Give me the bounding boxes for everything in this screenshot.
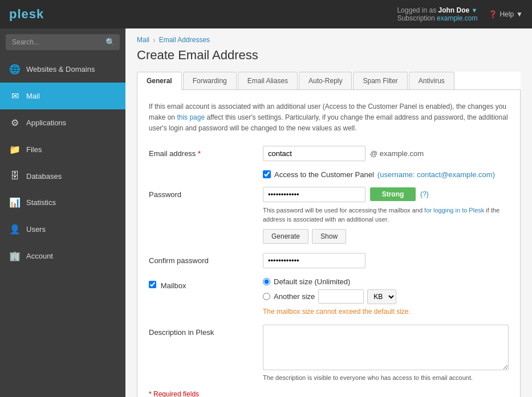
globe-icon: 🌐: [9, 64, 21, 75]
password-control: Strong (?) This password will be used fo…: [263, 187, 509, 244]
description-control: The description is visible to everyone w…: [263, 325, 509, 381]
mailbox-checkbox[interactable]: [149, 281, 156, 288]
mailbox-warning: The mailbox size cannot exceed the defau…: [263, 308, 509, 316]
tab-antivirus[interactable]: Antivirus: [409, 72, 454, 89]
radio-another-input[interactable]: [263, 293, 270, 300]
sidebar-label-users: Users: [26, 225, 46, 234]
mailbox-row: Mailbox Default size (Unlimited) Another…: [149, 277, 509, 316]
password-hint: This password will be used for accessing…: [263, 206, 509, 224]
tab-spam-filter[interactable]: Spam Filter: [353, 72, 407, 89]
sidebar-item-applications[interactable]: ⚙ Applications: [0, 109, 125, 136]
breadcrumb-mail[interactable]: Mail: [137, 36, 149, 44]
help-icon: ❓: [489, 10, 497, 18]
confirm-password-input[interactable]: [263, 253, 366, 268]
sidebar-item-databases[interactable]: 🗄 Databases: [0, 163, 125, 189]
radio-another-size: Another size KB: [263, 289, 509, 304]
description-textarea[interactable]: [263, 325, 509, 370]
password-row: Password Strong (?) This password will b…: [149, 187, 509, 244]
access-label: Access to the Customer Panel: [274, 170, 374, 179]
radio-default-label: Default size (Unlimited): [274, 277, 350, 286]
subscription-label: Subscription: [397, 14, 435, 22]
size-unit-select[interactable]: KB: [367, 289, 396, 304]
content-area: Mail › Email Addresses Create Email Addr…: [125, 28, 532, 397]
main-layout: 🔍 🌐 Websites & Domains ✉ Mail ⚙ Applicat…: [0, 28, 532, 397]
sidebar-search-container: 🔍: [0, 28, 125, 56]
user-info: Logged in as John Doe ▼ Subscription exa…: [397, 6, 477, 22]
help-label: Help: [499, 10, 514, 18]
password-hint-link[interactable]: for logging in to Plesk: [424, 207, 484, 214]
tab-general[interactable]: General: [137, 72, 182, 90]
sidebar-label-databases: Databases: [26, 172, 62, 181]
password-inline: Strong (?): [263, 187, 509, 202]
sidebar-item-account[interactable]: 🏢 Account: [0, 243, 125, 269]
sidebar-item-websites-domains[interactable]: 🌐 Websites & Domains: [0, 56, 125, 83]
sidebar-item-files[interactable]: 📁 Files: [0, 136, 125, 163]
sidebar-item-mail[interactable]: ✉ Mail: [0, 83, 125, 109]
help-dropdown-icon: ▼: [516, 10, 523, 18]
sidebar-label-applications: Applications: [26, 118, 66, 127]
email-label: Email address: [149, 146, 263, 158]
generate-button[interactable]: Generate: [263, 229, 308, 244]
radio-another-label: Another size: [274, 292, 315, 301]
radio-default-input[interactable]: [263, 278, 270, 285]
email-control: @ example.com: [263, 146, 509, 161]
breadcrumb-email-addresses[interactable]: Email Addresses: [159, 36, 210, 44]
sidebar-label-mail: Mail: [26, 92, 40, 100]
description-hint: The description is visible to everyone w…: [263, 374, 509, 381]
page-title: Create Email Address: [125, 48, 532, 72]
access-username: (username: contact@example.com): [377, 170, 495, 179]
account-icon: 🏢: [9, 251, 21, 261]
files-icon: 📁: [9, 144, 21, 155]
password-help-link[interactable]: (?): [420, 190, 429, 198]
databases-icon: 🗄: [9, 171, 21, 181]
tab-email-aliases[interactable]: Email Aliases: [238, 72, 298, 89]
sidebar-label-statistics: Statistics: [26, 198, 56, 207]
mail-icon: ✉: [9, 91, 21, 101]
sidebar-nav: 🌐 Websites & Domains ✉ Mail ⚙ Applicatio…: [0, 56, 125, 397]
password-buttons: Generate Show: [263, 229, 509, 244]
confirm-password-label: Confirm password: [149, 253, 263, 265]
mailbox-label: Mailbox: [149, 277, 263, 290]
show-button[interactable]: Show: [312, 229, 346, 244]
user-dropdown-icon[interactable]: ▼: [472, 7, 478, 14]
confirm-password-row: Confirm password: [149, 253, 509, 268]
sidebar: 🔍 🌐 Websites & Domains ✉ Mail ⚙ Applicat…: [0, 28, 125, 397]
topbar: plesk Logged in as John Doe ▼ Subscripti…: [0, 0, 532, 28]
sidebar-item-statistics[interactable]: 📊 Statistics: [0, 189, 125, 216]
info-link-1[interactable]: this page: [177, 113, 205, 121]
subscription-value: example.com: [437, 14, 477, 22]
logged-in-label: Logged in as: [397, 6, 436, 14]
breadcrumb-separator: ›: [153, 35, 156, 44]
description-label: Description in Plesk: [149, 325, 263, 337]
sidebar-label-files: Files: [26, 145, 42, 154]
password-input[interactable]: [263, 187, 366, 202]
info-box: If this email account is associated with…: [149, 101, 509, 134]
tab-forwarding[interactable]: Forwarding: [183, 72, 237, 89]
access-checkbox-row: Access to the Customer Panel (username: …: [263, 170, 509, 179]
search-input[interactable]: [6, 34, 120, 50]
applications-icon: ⚙: [9, 117, 21, 128]
statistics-icon: 📊: [9, 197, 21, 208]
email-domain: @ example.com: [370, 149, 424, 158]
access-checkbox[interactable]: [263, 170, 271, 178]
email-input[interactable]: [263, 146, 366, 161]
radio-default-size: Default size (Unlimited): [263, 277, 509, 286]
breadcrumb: Mail › Email Addresses: [125, 28, 532, 48]
sidebar-item-users[interactable]: 👤 Users: [0, 216, 125, 243]
user-name: John Doe: [438, 6, 470, 14]
sidebar-label-websites-domains: Websites & Domains: [26, 65, 95, 73]
password-hint-text-1: This password will be used for accessing…: [263, 207, 423, 214]
form-content: If this email account is associated with…: [137, 90, 521, 397]
another-size-input[interactable]: [318, 289, 364, 304]
help-button[interactable]: ❓ Help ▼: [489, 10, 523, 18]
search-icon: 🔍: [105, 38, 115, 47]
confirm-password-control: [263, 253, 509, 268]
tab-auto-reply[interactable]: Auto-Reply: [299, 72, 352, 89]
password-label: Password: [149, 187, 263, 199]
search-wrap: 🔍: [6, 34, 120, 50]
required-note: * Required fields: [149, 390, 509, 397]
email-inline: @ example.com: [263, 146, 509, 161]
sidebar-label-account: Account: [26, 252, 53, 260]
description-row: Description in Plesk The description is …: [149, 325, 509, 381]
strength-indicator: Strong: [370, 187, 416, 201]
